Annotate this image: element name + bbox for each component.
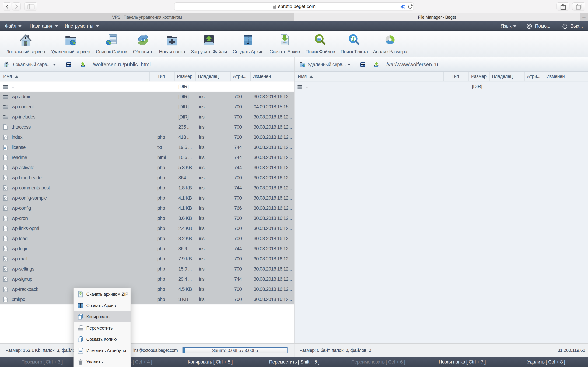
svg-text:755: 755 bbox=[79, 350, 82, 352]
svg-text:ZIP: ZIP bbox=[283, 41, 287, 44]
svg-text:T: T bbox=[351, 35, 355, 42]
